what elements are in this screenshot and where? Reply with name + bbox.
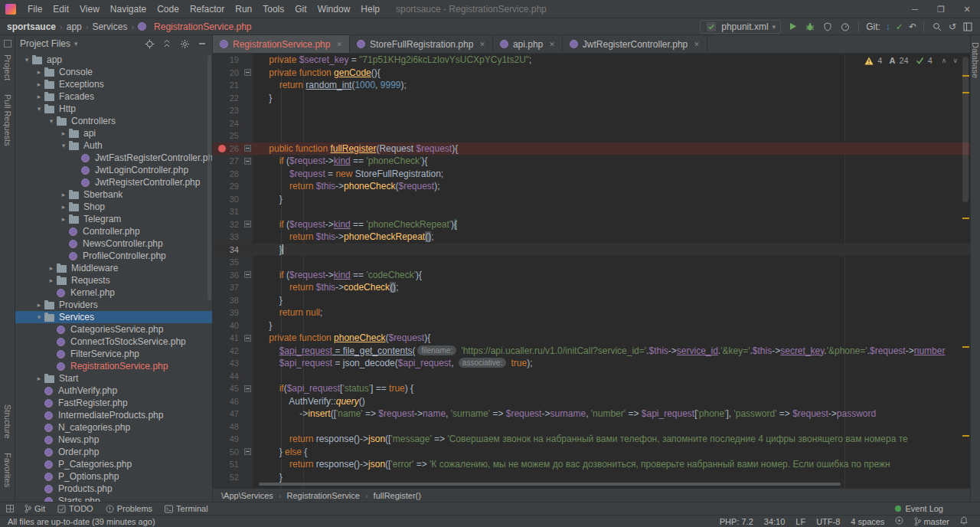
app-logo-icon[interactable] bbox=[5, 4, 16, 15]
gutter-line-41[interactable]: 41 bbox=[213, 332, 253, 345]
tab-registrationservice[interactable]: RegistrationService.php✕ bbox=[213, 35, 350, 53]
tool-window-terminal[interactable]: Terminal bbox=[165, 504, 208, 513]
fold-marker-icon[interactable] bbox=[244, 271, 251, 278]
menu-run[interactable]: Run bbox=[230, 0, 257, 18]
project-scrollbar[interactable] bbox=[207, 55, 211, 300]
code-line-48[interactable]: 48 bbox=[213, 421, 970, 434]
inspections-profile-icon[interactable] bbox=[895, 516, 903, 526]
code-line-38[interactable]: 38 } bbox=[213, 294, 970, 307]
fold-marker-icon[interactable] bbox=[244, 221, 251, 227]
debug-button[interactable] bbox=[804, 21, 816, 33]
tree-item-telegram[interactable]: ▸Telegram bbox=[15, 213, 212, 225]
tree-item-jwtfastregistercontroller[interactable]: JwtFastRegisterController.php bbox=[15, 152, 212, 164]
tool-window-todo[interactable]: TODO bbox=[57, 504, 93, 513]
code-line-23[interactable]: 23 bbox=[213, 104, 970, 117]
chevron-right-icon[interactable]: ▸ bbox=[34, 93, 44, 100]
scrollbar-thumb[interactable] bbox=[962, 57, 969, 202]
code-line-26[interactable]: 26 public function fullRegister(Request … bbox=[213, 142, 970, 155]
horizontal-scrollbar[interactable] bbox=[259, 483, 841, 486]
gutter-line-34[interactable]: 34 bbox=[213, 244, 253, 257]
tree-item-profilecontroller[interactable]: ProfileController.php bbox=[15, 250, 212, 262]
warning-stripe-mark[interactable] bbox=[962, 92, 969, 93]
chevron-right-icon[interactable]: ▸ bbox=[34, 375, 44, 382]
tree-item-kernel[interactable]: Kernel.php bbox=[15, 286, 212, 299]
locate-file-icon[interactable] bbox=[144, 38, 155, 49]
fold-marker-icon[interactable] bbox=[244, 385, 251, 392]
code-line-20[interactable]: 20 private function genCode(){ bbox=[213, 67, 970, 80]
chevron-down-icon[interactable]: ▾ bbox=[34, 105, 44, 113]
chevron-right-icon[interactable]: ▸ bbox=[34, 301, 44, 309]
tree-item-products[interactable]: Products.php bbox=[15, 483, 212, 495]
git-commit-button[interactable]: ✓ bbox=[896, 21, 903, 33]
file-encoding[interactable]: UTF-8 bbox=[816, 517, 840, 526]
gutter-line-20[interactable]: 20 bbox=[213, 67, 253, 80]
gutter-line-33[interactable]: 33 bbox=[213, 231, 253, 244]
gutter-line-22[interactable]: 22 bbox=[213, 92, 253, 105]
code-line-24[interactable]: 24 bbox=[213, 117, 970, 130]
tree-item-fastregister[interactable]: FastRegister.php bbox=[15, 397, 212, 409]
tree-item-jwtregistercontroller[interactable]: JwtRegisterController.php bbox=[15, 176, 212, 188]
gutter-line-36[interactable]: 36 bbox=[213, 269, 253, 282]
gutter-line-27[interactable]: 27 bbox=[213, 155, 253, 168]
tree-item-categoriesservice[interactable]: CategoriesService.php bbox=[15, 323, 212, 336]
code-line-40[interactable]: 40 } bbox=[213, 319, 970, 332]
breadcrumb-0[interactable]: \App\Services bbox=[220, 491, 274, 500]
chevron-right-icon[interactable]: ▸ bbox=[58, 215, 69, 223]
code-line-45[interactable]: 45 if($api_request['status'] == true) { bbox=[213, 382, 970, 395]
gutter-line-19[interactable]: 19 bbox=[213, 54, 253, 67]
gutter-line-52[interactable]: 52 bbox=[213, 471, 253, 484]
indent-style[interactable]: 4 spaces bbox=[851, 517, 884, 526]
tree-item-p_options[interactable]: P_Options.php bbox=[15, 470, 212, 483]
breadcrumb-method[interactable]: fullRegister() bbox=[373, 491, 422, 500]
menu-help[interactable]: Help bbox=[355, 0, 385, 18]
chevron-down-icon[interactable]: ▾ bbox=[34, 313, 44, 321]
tree-item-order[interactable]: Order.php bbox=[15, 446, 212, 458]
gutter-line-47[interactable]: 47 bbox=[213, 408, 253, 421]
menu-view[interactable]: View bbox=[74, 0, 105, 18]
git-branch-widget[interactable]: master bbox=[914, 517, 949, 526]
gutter-line-40[interactable]: 40 bbox=[213, 319, 253, 332]
tree-item-starts[interactable]: Starts.php bbox=[15, 495, 212, 502]
menu-edit[interactable]: Edit bbox=[47, 0, 74, 18]
fold-marker-icon[interactable] bbox=[244, 448, 251, 455]
menu-git[interactable]: Git bbox=[289, 0, 312, 18]
gutter-line-21[interactable]: 21 bbox=[213, 79, 253, 92]
close-button[interactable]: ✕ bbox=[954, 0, 980, 18]
event-log-button[interactable]: Event Log bbox=[895, 504, 943, 513]
chevron-right-icon[interactable]: ▸ bbox=[58, 129, 69, 137]
gutter-line-50[interactable]: 50 bbox=[213, 446, 253, 459]
tree-item-n_categories[interactable]: N_categories.php bbox=[15, 421, 212, 434]
gutter-line-31[interactable]: 31 bbox=[213, 205, 253, 218]
code-line-19[interactable]: 19 private $secret_key = "71p51KHg2i6kcL… bbox=[213, 54, 970, 67]
tree-item-controller[interactable]: Controller.php bbox=[15, 225, 212, 237]
gutter-line-37[interactable]: 37 bbox=[213, 281, 253, 294]
coverage-button[interactable] bbox=[822, 21, 834, 33]
gutter-line-35[interactable]: 35 bbox=[213, 256, 253, 269]
gutter-line-45[interactable]: 45 bbox=[213, 382, 253, 395]
code-line-34[interactable]: 34 } bbox=[213, 244, 970, 257]
tool-stripe-structure[interactable]: Structure bbox=[3, 404, 12, 439]
run-configuration-select[interactable]: phpunit.xml ▾ bbox=[700, 20, 781, 34]
tool-stripe-project[interactable]: Project bbox=[3, 54, 12, 80]
chevron-down-icon[interactable]: ▾ bbox=[21, 56, 32, 64]
chevron-right-icon[interactable]: ▸ bbox=[34, 68, 44, 76]
tab-api[interactable]: api.php✕ bbox=[493, 35, 563, 53]
gutter-line-43[interactable]: 43 bbox=[213, 357, 253, 370]
code-line-31[interactable]: 31 bbox=[213, 205, 970, 218]
tree-item-p_categories[interactable]: P_Categories.php bbox=[15, 458, 212, 470]
collapse-all-icon[interactable] bbox=[162, 38, 172, 49]
tree-item-shop[interactable]: ▸Shop bbox=[15, 201, 212, 213]
gutter-line-23[interactable]: 23 bbox=[213, 104, 253, 117]
tool-stripe-favorites[interactable]: Favorites bbox=[3, 453, 12, 487]
git-update-button[interactable]: ↓ bbox=[886, 21, 890, 33]
minimize-button[interactable]: ─ bbox=[902, 0, 928, 18]
code-line-51[interactable]: 51 return response()->json(['error' => '… bbox=[213, 458, 970, 471]
nav-crumb-sportsauce[interactable]: sportsauce bbox=[6, 21, 57, 32]
gutter-line-51[interactable]: 51 bbox=[213, 458, 253, 471]
warning-stripe-mark[interactable] bbox=[962, 346, 969, 348]
tree-item-news[interactable]: News.php bbox=[15, 434, 212, 446]
menu-navigate[interactable]: Navigate bbox=[105, 0, 152, 18]
tool-window-problems[interactable]: Problems bbox=[106, 504, 152, 513]
tree-item-api[interactable]: ▸api bbox=[15, 127, 212, 139]
tree-item-newscontroller[interactable]: NewsController.php bbox=[15, 237, 212, 250]
